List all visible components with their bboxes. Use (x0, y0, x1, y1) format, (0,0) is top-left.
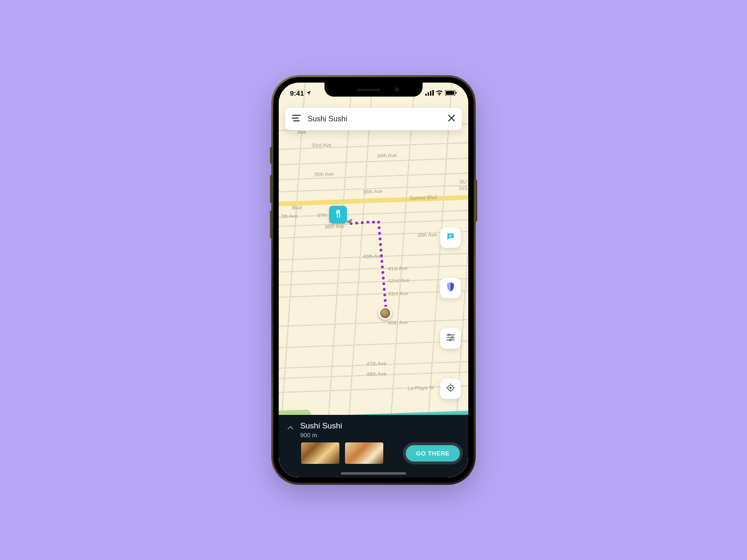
street-label: Sunset Blvd (409, 194, 437, 201)
restaurant-icon (333, 209, 343, 220)
settings-button[interactable] (440, 328, 461, 349)
svg-point-19 (449, 339, 451, 341)
street-label: 39th Ave (417, 231, 437, 238)
close-icon[interactable] (448, 114, 455, 124)
map-controls (440, 227, 461, 399)
shield-button[interactable] (440, 278, 461, 298)
destination-distance: 900 m (300, 432, 342, 439)
street-label: 35th Ave (314, 171, 334, 177)
location-arrow-icon (306, 89, 311, 97)
destination-pin[interactable] (329, 206, 347, 224)
svg-rect-6 (456, 92, 457, 94)
street-label: 34th Ave (377, 152, 397, 158)
street-label: La Playa St (408, 385, 434, 391)
direction-arrow-icon (345, 218, 355, 228)
home-indicator[interactable] (341, 472, 406, 475)
street-label: 47th Ave (366, 360, 387, 366)
street-label: DIS (458, 185, 467, 191)
street-label: 48th Ave (366, 371, 387, 377)
locate-button[interactable] (440, 378, 461, 399)
svg-point-15 (448, 334, 450, 336)
street-label: 37th (317, 212, 327, 218)
svg-rect-1 (428, 92, 429, 96)
search-input[interactable] (308, 115, 441, 123)
go-there-button[interactable]: GO THERE (406, 445, 460, 462)
chat-icon (446, 232, 455, 243)
street-label: SU (459, 179, 467, 185)
chat-button[interactable] (440, 227, 461, 248)
destination-name: Sushi Sushi (300, 421, 342, 431)
phone-mockup: 9:41 (273, 77, 474, 483)
phone-screen: 9:41 (279, 83, 468, 477)
battery-icon (445, 89, 457, 97)
svg-point-21 (450, 387, 451, 388)
chevron-up-icon[interactable] (287, 423, 294, 432)
destination-panel: Sushi Sushi 900 m GO THERE (279, 415, 468, 477)
street-label: 33rd Ave (311, 142, 332, 148)
svg-point-17 (451, 336, 453, 338)
svg-rect-3 (432, 90, 434, 96)
svg-rect-0 (425, 94, 427, 96)
street-label: Blvd (292, 205, 302, 211)
locate-icon (446, 383, 455, 394)
shield-icon (446, 282, 455, 294)
sliders-icon (446, 334, 455, 343)
status-time: 9:41 (290, 89, 304, 97)
photo-thumbnail[interactable] (345, 442, 383, 464)
phone-notch (324, 83, 423, 97)
street-label: 36th Ave (363, 188, 383, 194)
user-location-avatar[interactable] (379, 307, 392, 320)
street-label: 41st Ave (388, 265, 408, 271)
cellular-icon (425, 89, 434, 97)
street-label: 42nd Ave (388, 277, 409, 284)
search-bar (285, 108, 462, 130)
street-label: 45th Ave (388, 319, 408, 325)
svg-rect-2 (430, 91, 431, 96)
svg-rect-5 (446, 91, 454, 95)
photo-thumbnail[interactable] (301, 442, 339, 464)
wifi-icon (436, 89, 443, 97)
street-label: 7th Ave (281, 213, 298, 219)
menu-icon[interactable] (292, 114, 301, 124)
street-label: 43rd Ave (388, 290, 409, 297)
